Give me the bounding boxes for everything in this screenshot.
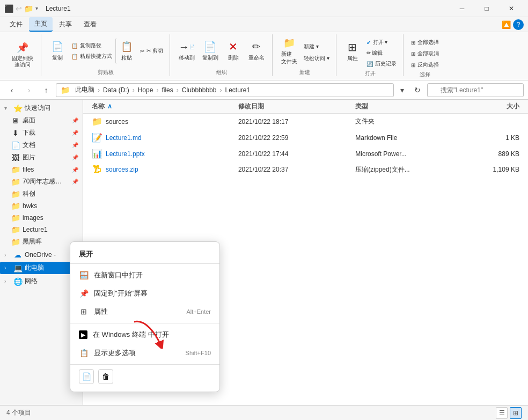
maximize-button[interactable]: □: [474, 0, 499, 17]
forward-button[interactable]: ›: [21, 83, 36, 98]
title-bar-left: ⬛ ↩ 📁 ▾ Lecture1: [4, 4, 71, 13]
ctx-footer: 📄 🗑: [70, 364, 219, 388]
md-file-icon: 📝: [92, 132, 102, 143]
ctx-footer-btn-delete[interactable]: 🗑: [98, 369, 113, 384]
copy-to-icon: 📄: [204, 40, 217, 53]
expand-icon: ›: [4, 265, 11, 271]
minimize-button[interactable]: ─: [450, 0, 474, 17]
menu-share[interactable]: 共享: [54, 18, 77, 31]
title-bar-dropdown-icon[interactable]: ▾: [35, 5, 38, 11]
ribbon-btn-copy-to[interactable]: 📄 复制到: [199, 38, 222, 64]
details-view-button[interactable]: ⊞: [510, 407, 522, 419]
ribbon-btn-invert-selection[interactable]: ⊞ 反向选择: [409, 60, 441, 70]
column-header-name[interactable]: 名称 ∧: [92, 102, 238, 111]
address-part-data[interactable]: Data (D:): [101, 85, 131, 95]
ctx-item-properties[interactable]: ⊞ 属性 Alt+Enter: [70, 303, 219, 321]
ribbon-btn-open-dropdown[interactable]: ✔ 打开 ▾: [364, 38, 399, 47]
menu-home[interactable]: 主页: [29, 17, 53, 32]
ctx-item-pin-start[interactable]: 📌 固定到"开始"屏幕: [70, 284, 219, 303]
ribbon-btn-new-folder[interactable]: 📁 新建文件夹: [278, 34, 300, 68]
ribbon-btn-select-none[interactable]: ⊞ 全部取消: [409, 49, 441, 58]
ctx-item-terminal[interactable]: ▶ 在 Windows 终端 中打开: [70, 326, 219, 344]
pin-start-icon: 📌: [79, 289, 89, 298]
sidebar-item-lecture1[interactable]: 📁 Lecture1: [0, 224, 83, 235]
ribbon-btn-paste-shortcut[interactable]: 📋 粘贴快捷方式: [69, 51, 114, 61]
desktop-icon: 🖥: [11, 116, 20, 125]
show-more-icon: 📋: [79, 348, 89, 358]
sidebar-item-quick-access[interactable]: ▾ ⭐ 快速访问: [0, 102, 83, 114]
status-bar: 4 个项目 ☰ ⊞: [0, 405, 528, 420]
ctx-footer-btn-copy[interactable]: 📄: [79, 369, 94, 384]
address-part-pc[interactable]: 此电脑: [73, 84, 97, 95]
sidebar-section-quick-access: ▾ ⭐ 快速访问 🖥 桌面 📌 ⬇ 下载 📌 📄 文档 📌 🖼 图片: [0, 102, 83, 248]
documents-icon: 📄: [11, 141, 20, 150]
ctx-item-show-more[interactable]: 📋 显示更多选项 Shift+F10: [70, 344, 219, 362]
file-name-cell: 🗜 sources.zip: [92, 165, 238, 174]
ribbon-btn-easy-access[interactable]: 轻松访问 ▾: [302, 54, 332, 63]
ribbon-buttons-clipboard: 📄 复制 📋 复制路径 📋 粘贴快捷方式 📋 粘贴 ✂: [47, 34, 165, 68]
file-name-label: sources.zip: [106, 166, 138, 173]
address-dropdown-button[interactable]: ▾: [396, 83, 408, 98]
ribbon-btn-new-dropdown[interactable]: 新建 ▾: [302, 42, 332, 51]
address-part-hope[interactable]: Hope: [136, 85, 156, 95]
ribbon-group-label-new: 新建: [299, 69, 310, 76]
paste-icon: 📋: [120, 40, 133, 53]
column-header-date[interactable]: 修改日期: [238, 102, 355, 111]
ribbon-btn-move-to[interactable]: →📄 移动到: [175, 38, 198, 64]
ribbon-group-label-organize: 组织: [216, 69, 227, 76]
ctx-item-label: 属性: [94, 307, 108, 316]
ctx-item-open-new-window[interactable]: 🪟 在新窗口中打开: [70, 266, 219, 284]
sidebar-item-hwks[interactable]: 📁 hwks: [0, 200, 83, 212]
sidebar-item-documents[interactable]: 📄 文档 📌: [0, 139, 83, 151]
address-part-clubbbbbbb[interactable]: Clubbbbbbb: [180, 85, 219, 95]
column-header-size[interactable]: 大小: [461, 102, 519, 111]
sidebar-item-files[interactable]: 📁 files 📌: [0, 164, 83, 175]
address-bar[interactable]: 📁 此电脑 › Data (D:) › Hope › files › Clubb…: [56, 83, 394, 97]
ribbon-btn-delete[interactable]: ✕ 删除: [223, 38, 244, 64]
star-icon: ⭐: [13, 104, 23, 113]
sidebar-item-downloads[interactable]: ⬇ 下载 📌: [0, 127, 83, 139]
refresh-button[interactable]: ↻: [410, 83, 425, 98]
menu-bar: 文件 主页 共享 查看 🔼 ?: [0, 17, 528, 32]
ribbon-collapse-icon[interactable]: 🔼: [502, 20, 511, 29]
ribbon-btn-edit[interactable]: ✏ 编辑: [364, 48, 399, 58]
sidebar-item-desktop[interactable]: 🖥 桌面 📌: [0, 114, 83, 127]
quick-undo-icon[interactable]: ↩: [16, 4, 22, 13]
ribbon-btn-copy-path[interactable]: 📋 复制路径: [69, 41, 114, 50]
table-row[interactable]: 📝 Lecture1.md 2021/10/22 22:59 Markdown …: [83, 130, 528, 146]
quick-save-icon[interactable]: ⬛: [4, 4, 13, 13]
search-input[interactable]: [427, 83, 524, 97]
back-button[interactable]: ‹: [4, 83, 19, 98]
column-header-type[interactable]: 类型: [355, 102, 461, 111]
ribbon-btn-copy[interactable]: 📄 复制: [47, 38, 68, 64]
ribbon-btn-properties[interactable]: ⊞ 属性: [342, 39, 363, 64]
ribbon-group-open: ⊞ 属性 ✔ 打开 ▾ ✏ 编辑 🔄 历史记录 打开: [338, 34, 404, 76]
ribbon-btn-paste[interactable]: 📋 粘贴: [115, 38, 137, 64]
up-button[interactable]: ↑: [39, 83, 54, 98]
menu-view[interactable]: 查看: [78, 18, 102, 31]
quick-folder-icon[interactable]: 📁: [24, 4, 33, 13]
sidebar-item-images[interactable]: 📁 images: [0, 212, 83, 224]
table-row[interactable]: 📊 Lecture1.pptx 2021/10/22 17:44 Microso…: [83, 146, 528, 162]
zip-file-icon: 🗜: [92, 165, 102, 174]
ribbon-btn-select-all[interactable]: ⊞ 全部选择: [409, 38, 441, 47]
menu-file[interactable]: 文件: [4, 18, 28, 31]
ribbon-btn-pin-quick-access[interactable]: 📌 固定到快速访问: [9, 39, 36, 70]
pc-icon: 💻: [13, 264, 23, 272]
close-button[interactable]: ✕: [499, 0, 524, 17]
sidebar-item-70years[interactable]: 📁 70周年志感… 📌: [0, 175, 83, 188]
sidebar-item-kechuang[interactable]: 📁 科创: [0, 188, 83, 200]
file-date-cell: 2021/10/22 17:44: [238, 150, 355, 158]
list-view-button[interactable]: ☰: [496, 407, 508, 419]
ribbon-group-clipboard: 📄 复制 📋 复制路径 📋 粘贴快捷方式 📋 粘贴 ✂: [42, 34, 170, 76]
sidebar-item-pictures[interactable]: 🖼 图片 📌: [0, 151, 83, 164]
table-row[interactable]: 📁 sources 2021/10/22 18:17 文件夹: [83, 114, 528, 130]
ribbon-btn-rename[interactable]: ✏ 重命名: [245, 38, 268, 64]
ribbon-btn-history[interactable]: 🔄 历史记录: [364, 59, 399, 69]
address-part-files[interactable]: files: [159, 85, 175, 95]
ribbon-btn-cut[interactable]: ✂ ✂ 剪切: [138, 46, 165, 56]
table-row[interactable]: 🗜 sources.zip 2021/10/22 20:37 压缩(zipped…: [83, 162, 528, 178]
address-part-lecture1[interactable]: Lecture1: [223, 85, 252, 95]
help-icon[interactable]: ?: [513, 19, 524, 30]
delete-footer-icon: 🗑: [102, 372, 109, 381]
